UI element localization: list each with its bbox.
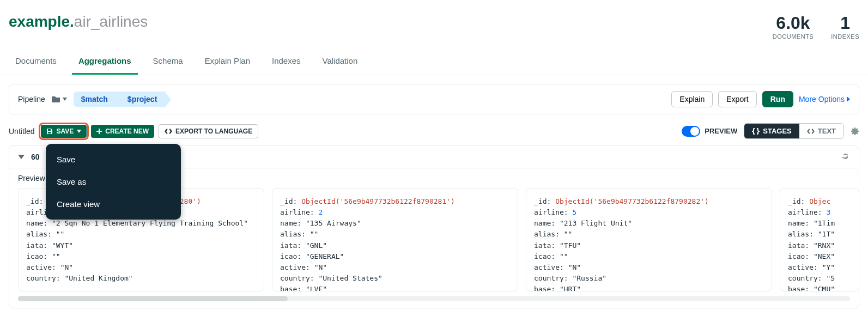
menu-create-view[interactable]: Create view <box>46 193 181 215</box>
export-to-language-button[interactable]: EXPORT TO LANGUAGE <box>159 124 258 138</box>
pipeline-bar: Pipeline $match $project Explain Export … <box>9 84 859 114</box>
collection-tabs: Documents Aggregations Schema Explain Pl… <box>0 48 868 75</box>
document-card: _id: ObjectId('56e9b497732b6122f8790282'… <box>526 188 772 291</box>
gear-icon <box>851 127 859 136</box>
menu-save[interactable]: Save <box>46 148 181 171</box>
explain-button[interactable]: Explain <box>671 91 713 107</box>
caret-down-icon <box>77 130 81 133</box>
export-button[interactable]: Export <box>718 91 756 107</box>
collection-name: air_airlines <box>74 13 148 30</box>
save-dropdown-menu: Save Save as Create view <box>46 144 181 220</box>
view-mode-segment: STAGES TEXT <box>744 123 844 139</box>
folder-icon <box>52 95 60 103</box>
tab-schema[interactable]: Schema <box>147 48 190 75</box>
run-button[interactable]: Run <box>762 91 793 107</box>
stat-documents-value: 6.0k <box>773 13 814 33</box>
code-icon <box>165 129 172 134</box>
plus-icon <box>96 129 102 134</box>
preview-toggle[interactable] <box>682 126 700 137</box>
code-icon <box>807 129 815 134</box>
collapse-toggle[interactable] <box>18 155 25 159</box>
more-options-link[interactable]: More Options <box>799 95 850 104</box>
tab-explain-plan[interactable]: Explain Plan <box>198 48 257 75</box>
stat-documents-label: DOCUMENTS <box>773 33 814 40</box>
tab-indexes[interactable]: Indexes <box>265 48 307 75</box>
braces-icon <box>752 128 760 135</box>
create-new-button[interactable]: CREATE NEW <box>91 125 154 138</box>
preview-toggle-label: PREVIEW <box>705 127 737 135</box>
stage-chip-project[interactable]: $project <box>116 92 165 107</box>
document-card: _id: Objec airline: 3 name: "1Tim alias:… <box>780 188 859 291</box>
save-icon <box>46 128 53 135</box>
tab-documents[interactable]: Documents <box>9 48 63 75</box>
caret-down-icon <box>63 98 67 101</box>
open-pipeline-button[interactable] <box>52 95 67 103</box>
pipeline-label: Pipeline <box>18 95 45 104</box>
db-name: example. <box>9 13 74 30</box>
menu-save-as[interactable]: Save as <box>46 171 181 193</box>
chevron-right-icon <box>847 96 850 102</box>
refresh-icon <box>841 153 850 161</box>
refresh-button[interactable] <box>841 153 850 161</box>
segment-stages[interactable]: STAGES <box>744 124 799 138</box>
pipeline-name: Untitled <box>9 127 34 136</box>
segment-text[interactable]: TEXT <box>799 124 843 138</box>
document-card: _id: ObjectId('56e9b497732b6122f8790281'… <box>272 188 518 291</box>
tab-aggregations[interactable]: Aggregations <box>72 48 138 75</box>
settings-button[interactable] <box>851 127 859 136</box>
stat-indexes-value: 1 <box>831 13 859 33</box>
horizontal-scrollbar[interactable] <box>18 296 850 301</box>
scrollbar-thumb[interactable] <box>18 296 288 301</box>
save-button[interactable]: SAVE <box>41 125 87 138</box>
stat-indexes-label: INDEXES <box>831 33 859 40</box>
stage-chip-match[interactable]: $match <box>74 92 116 107</box>
collection-stats: 6.0k DOCUMENTS 1 INDEXES <box>773 13 859 40</box>
document-count: 60 <box>31 153 40 161</box>
namespace-title: example.air_airlines <box>9 13 148 31</box>
tab-validation[interactable]: Validation <box>316 48 365 75</box>
